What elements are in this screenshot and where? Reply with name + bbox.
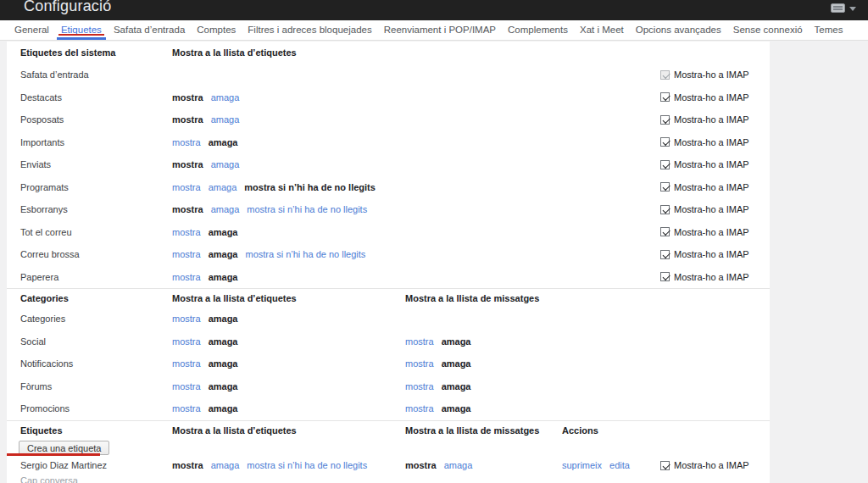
checkbox-checked-icon — [660, 272, 670, 281]
tab-complements[interactable]: Complements — [508, 20, 568, 40]
visibility-option: amaga — [209, 403, 238, 414]
imap-checkbox[interactable]: Mostra-ho a IMAP — [660, 204, 749, 214]
section-header-labels: Etiquetes Mostra a la llista d’etiquetes… — [7, 421, 770, 440]
row-label: Tot el correu — [20, 227, 72, 237]
row-label: Correu brossa — [20, 249, 80, 259]
visibility-option[interactable]: amaga — [211, 460, 240, 470]
imap-label: Mostra-ho a IMAP — [674, 182, 749, 192]
row-label: Enviats — [20, 159, 51, 169]
visibility-option[interactable]: amaga — [211, 204, 240, 214]
visibility-option: mostra — [172, 92, 203, 103]
visibility-option[interactable]: mostra — [172, 403, 201, 414]
table-row: Notificacions mostra amaga mostra amaga — [7, 353, 770, 375]
row-label: Posposats — [20, 114, 64, 125]
row-label: Importants — [20, 137, 64, 147]
imap-label: Mostra-ho a IMAP — [674, 227, 749, 237]
row-label: Programats — [20, 182, 69, 192]
app-header: Configuració — [0, 0, 868, 20]
imap-checkbox[interactable]: Mostra-ho a IMAP — [660, 114, 749, 125]
table-row: Fòrums mostra amaga mostra amaga — [7, 375, 770, 398]
imap-checkbox[interactable]: Mostra-ho a IMAP — [660, 249, 749, 259]
section-title: Categories — [20, 293, 69, 303]
tab-reenviament[interactable]: Reenviament i POP/IMAP — [384, 20, 496, 40]
visibility-option: amaga — [209, 249, 238, 259]
visibility-option: mostra — [172, 460, 203, 470]
visibility-option[interactable]: mostra — [172, 381, 201, 391]
tab-xat-i-meet[interactable]: Xat i Meet — [580, 20, 624, 40]
table-row: Correu brossa mostra amaga mostra si n’h… — [7, 243, 770, 266]
input-method-selector[interactable] — [831, 3, 856, 13]
row-label: Social — [20, 336, 46, 347]
row-label: Fòrums — [20, 381, 52, 391]
table-row: Posposats mostra amaga Mostra-ho a IMAP — [7, 108, 770, 131]
visibility-option: amaga — [442, 336, 471, 347]
table-row: Promocions mostra amaga mostra amaga — [7, 397, 770, 420]
table-row: Enviats mostra amaga Mostra-ho a IMAP — [7, 153, 770, 176]
tab-opcions-avancades[interactable]: Opcions avançades — [636, 20, 721, 40]
visibility-option: amaga — [209, 314, 238, 324]
visibility-option[interactable]: mostra — [405, 381, 434, 391]
visibility-option[interactable]: mostra — [405, 336, 434, 347]
visibility-option: amaga — [209, 137, 238, 147]
edit-label-link[interactable]: edita — [609, 460, 630, 470]
table-row: Social mostra amaga mostra amaga — [7, 330, 770, 353]
visibility-option[interactable]: mostra — [172, 358, 201, 369]
delete-label-link[interactable]: suprimeix — [562, 460, 602, 470]
visibility-option[interactable]: mostra — [405, 403, 434, 414]
visibility-option: mostra si n’hi ha de no llegits — [244, 182, 376, 192]
visibility-option: amaga — [442, 358, 471, 369]
imap-checkbox[interactable]: Mostra-ho a IMAP — [660, 159, 749, 169]
row-label: Promocions — [20, 403, 70, 414]
imap-checkbox[interactable]: Mostra-ho a IMAP — [660, 272, 749, 282]
visibility-option[interactable]: amaga — [211, 114, 240, 125]
imap-checkbox[interactable]: Mostra-ho a IMAP — [660, 182, 749, 192]
visibility-option: amaga — [442, 381, 471, 391]
tab-safata-entrada[interactable]: Safata d’entrada — [114, 20, 185, 40]
table-row: Paperera mostra amaga Mostra-ho a IMAP — [7, 266, 770, 289]
user-label-conversations: Cap conversa — [20, 475, 172, 483]
visibility-option: mostra — [172, 204, 203, 214]
column-header-etiquetes: Mostra a la llista d’etiquetes — [172, 293, 297, 303]
tab-temes[interactable]: Temes — [815, 20, 843, 40]
visibility-option[interactable]: mostra — [405, 358, 434, 369]
visibility-option[interactable]: mostra — [172, 336, 201, 347]
tab-general[interactable]: General — [14, 20, 49, 40]
tab-sense-connexio[interactable]: Sense connexió — [733, 20, 803, 40]
column-header-missatges: Mostra a la llista de missatges — [405, 293, 539, 303]
checkbox-checked-icon — [660, 70, 670, 80]
visibility-option[interactable]: mostra si n’hi ha de no llegits — [245, 249, 365, 259]
visibility-option[interactable]: mostra — [172, 182, 201, 192]
row-label: Categories — [20, 314, 65, 324]
visibility-option[interactable]: amaga — [211, 92, 240, 103]
page-title: Configuració — [24, 0, 111, 15]
keyboard-icon — [831, 3, 845, 13]
visibility-option[interactable]: mostra — [172, 227, 201, 237]
visibility-option[interactable]: mostra si n’hi ha de no llegits — [247, 204, 367, 214]
tab-comptes[interactable]: Comptes — [197, 20, 236, 40]
table-row: Categories mostra amaga — [7, 308, 770, 330]
visibility-option[interactable]: mostra — [172, 314, 201, 324]
visibility-option[interactable]: mostra — [172, 272, 201, 282]
tab-filtres[interactable]: Filtres i adreces bloquejades — [248, 20, 371, 40]
imap-label: Mostra-ho a IMAP — [674, 159, 749, 169]
visibility-option[interactable]: amaga — [209, 182, 237, 192]
visibility-option[interactable]: mostra — [172, 137, 201, 147]
row-label: Paperera — [20, 272, 58, 282]
imap-checkbox[interactable]: Mostra-ho a IMAP — [660, 92, 749, 103]
tab-etiquetes[interactable]: Etiquetes — [61, 20, 102, 40]
visibility-option[interactable]: amaga — [211, 159, 240, 169]
imap-checkbox[interactable]: Mostra-ho a IMAP — [660, 460, 749, 470]
checkbox-checked-icon — [660, 250, 670, 259]
imap-checkbox[interactable]: Mostra-ho a IMAP — [660, 137, 749, 147]
row-label: Safata d’entrada — [20, 69, 89, 80]
imap-checkbox[interactable]: Mostra-ho a IMAP — [660, 227, 749, 237]
imap-label: Mostra-ho a IMAP — [674, 69, 749, 80]
visibility-option[interactable]: mostra si n’hi ha de no llegits — [247, 460, 367, 470]
table-row: Sergio Diaz Martinez Cap conversa mostra… — [7, 457, 770, 483]
checkbox-checked-icon — [660, 182, 670, 192]
visibility-option[interactable]: mostra — [172, 249, 201, 259]
checkbox-checked-icon — [660, 115, 670, 125]
visibility-option[interactable]: amaga — [444, 460, 473, 470]
labels-settings-panel: Etiquetes del sistema Mostra a la llista… — [7, 42, 770, 483]
checkbox-checked-icon — [660, 137, 670, 147]
